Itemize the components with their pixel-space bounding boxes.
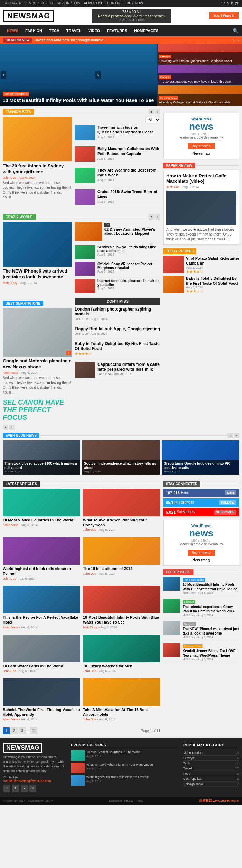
footer-news-title-1[interactable]: What To Avoid When Planning Your Honeymo… bbox=[86, 763, 153, 767]
grazia-main-image[interactable] bbox=[3, 222, 72, 267]
footer-cat-name-6[interactable]: Chicago show bbox=[183, 782, 203, 786]
nav-features[interactable]: FEATURES bbox=[103, 25, 130, 36]
fashion-list-title-1[interactable]: Baby Macaroon Collaborates With Petit Ba… bbox=[97, 146, 160, 156]
footer-cat-name-2[interactable]: Tech bbox=[183, 761, 190, 765]
latest-img-3[interactable] bbox=[83, 537, 160, 565]
yt-action[interactable]: SUBSCRIBE bbox=[214, 510, 236, 515]
dont-miss-title-2[interactable]: Baby Is Totally Delighted By His First T… bbox=[75, 341, 160, 351]
smartphone-image[interactable]: i bbox=[3, 308, 72, 357]
slider-thumb-3[interactable]: Fashion week Attending College Is What M… bbox=[157, 85, 242, 106]
fashion-list-title-0[interactable]: Travelling with kids on Queensland's Cap… bbox=[97, 125, 160, 135]
slider-arrow-left[interactable]: ‹ bbox=[1, 71, 6, 79]
latest-img-5[interactable] bbox=[83, 586, 160, 613]
facebook-icon-top[interactable]: f bbox=[221, 1, 222, 5]
grazia-item-3-img[interactable] bbox=[75, 279, 95, 293]
fashion-list-img-2[interactable] bbox=[75, 168, 95, 183]
editor-img-2[interactable] bbox=[163, 621, 180, 635]
page-btn-11[interactable]: 11 bbox=[30, 727, 37, 734]
facebook-social-row[interactable]: 197,013 Fans LIKE bbox=[163, 489, 239, 497]
nav-news[interactable]: NEWS bbox=[3, 25, 22, 36]
fashion-list-title-2[interactable]: They Are Wearing the Best From Paris Wee… bbox=[97, 168, 160, 178]
page-btn-3[interactable]: 3 bbox=[19, 727, 26, 734]
fashion-list-img-0[interactable] bbox=[75, 125, 95, 140]
search-icon[interactable]: 🔍 bbox=[233, 28, 239, 34]
footer-news-img-0[interactable] bbox=[71, 750, 85, 761]
latest-img-7[interactable] bbox=[83, 635, 160, 662]
nav-fashion[interactable]: FASHION bbox=[22, 25, 46, 36]
dont-miss-title-1[interactable]: Flappy Bird fallout: Apple, Google rejec… bbox=[75, 326, 160, 331]
footer-logo[interactable]: NEWSMAG bbox=[3, 743, 42, 753]
fashion-main-image[interactable] bbox=[3, 117, 72, 161]
trending-arrow-right[interactable]: › bbox=[238, 38, 239, 42]
footer-tw-icon[interactable]: t bbox=[12, 785, 19, 792]
editor-title-0[interactable]: 10 Most Beautifull Infinity Pools With B… bbox=[183, 582, 239, 591]
grazia-item-2-title[interactable]: Official: Sony VR headset Project Morphe… bbox=[97, 262, 160, 270]
footer-vimeo-icon[interactable]: v bbox=[21, 785, 28, 792]
fashion-list-img-3[interactable] bbox=[75, 189, 95, 205]
even-item-2[interactable]: Gregg turns Google logo design into PR p… bbox=[162, 440, 239, 475]
recipe-img-0[interactable] bbox=[163, 256, 184, 273]
footer-vk-icon[interactable]: k bbox=[29, 785, 36, 792]
grazia-next[interactable]: › bbox=[155, 214, 160, 220]
slider-thumb-2[interactable]: Gadgets The 10 best gadgets you may have… bbox=[157, 65, 242, 85]
slider-thumb-1[interactable]: Lifestyle Traveling with kids on Queensl… bbox=[157, 44, 242, 65]
footer-news-title-0[interactable]: 10 Most Visited Countries In The World! bbox=[86, 750, 141, 755]
footer-news-img-2[interactable] bbox=[71, 775, 85, 786]
latest-title-9[interactable]: Take A Mini-Vacation At The 15 Best Airp… bbox=[83, 707, 160, 717]
latest-title-8[interactable]: Behold. The World First Floating Vacafla… bbox=[3, 707, 80, 717]
latest-title-0[interactable]: 10 Most Visited Countries In The World! bbox=[3, 518, 80, 523]
latest-title-1[interactable]: What To Avoid When Planning Your Honeymo… bbox=[83, 518, 160, 528]
dont-miss-title-3[interactable]: Cappuccino differs from a caffe latte pr… bbox=[97, 362, 160, 372]
paper-review-title[interactable]: How to Make a Perfect Caffe Macchiato [v… bbox=[166, 173, 236, 184]
recipe-title-1[interactable]: Baby Is Totally Delighted By the First T… bbox=[186, 276, 239, 286]
editor-title-1[interactable]: The oriental experience: Chow – Pan Asia… bbox=[183, 604, 239, 613]
dont-miss-title-0[interactable]: London fashion photographer aspiring mod… bbox=[75, 307, 160, 316]
footer-fb-icon[interactable]: f bbox=[3, 785, 10, 792]
tw-action[interactable]: FOLLOW bbox=[219, 500, 236, 505]
paper-review-image[interactable] bbox=[166, 191, 236, 225]
even-item-0[interactable]: The stock closed above $100 which marks … bbox=[3, 440, 80, 475]
page-btn-1[interactable]: 1 bbox=[3, 727, 10, 734]
fb-action[interactable]: LIKE bbox=[225, 490, 236, 495]
footer-cat-name-1[interactable]: Lifestyle bbox=[183, 756, 195, 760]
slider-main[interactable]: Top destinations 10 Most Beautifull Infi… bbox=[0, 44, 157, 106]
buynow-link[interactable]: BUY NOW bbox=[127, 1, 143, 5]
site-logo[interactable]: NEWSMAG bbox=[3, 10, 54, 22]
grazia-prev[interactable]: ‹ bbox=[149, 214, 154, 220]
slider-arrow-right[interactable]: › bbox=[95, 71, 101, 79]
youtube-social-row[interactable]: 5,021 Subscribers SUBSCRIBE bbox=[163, 508, 239, 516]
fashion-next[interactable]: › bbox=[155, 109, 160, 114]
twitter-social-row[interactable]: 65,103 Followers FOLLOW bbox=[163, 498, 239, 507]
grazia-main-title[interactable]: The NEW iPhone6 was arrived just take a … bbox=[3, 268, 72, 280]
nav-homepages[interactable]: HOMEPAGES bbox=[131, 25, 162, 36]
latest-title-6[interactable]: 10 Best Water Parks In The World bbox=[3, 664, 80, 668]
latest-img-6[interactable] bbox=[3, 635, 80, 662]
footer-news-title-2[interactable]: World highest rail truck rolls closer to… bbox=[86, 775, 149, 779]
footer-cat-name-3[interactable]: Travel bbox=[183, 767, 192, 770]
smartphone-title[interactable]: Google and Motorola planning a new Nexus… bbox=[3, 358, 72, 370]
latest-img-8[interactable] bbox=[3, 678, 80, 706]
latest-img-2[interactable] bbox=[3, 537, 80, 565]
latest-img-9[interactable] bbox=[83, 678, 160, 706]
signin-link[interactable]: SIGN IN / JOIN bbox=[57, 1, 80, 5]
advertise-link[interactable]: ADVERTISE bbox=[84, 1, 103, 5]
all-select[interactable]: All bbox=[145, 117, 160, 123]
editor-img-0[interactable] bbox=[163, 577, 180, 591]
fashion-prev[interactable]: ‹ bbox=[149, 109, 154, 114]
dont-miss-img-3[interactable] bbox=[75, 362, 95, 378]
fashion-list-img-1[interactable] bbox=[75, 146, 95, 162]
email-icon-top[interactable]: @ bbox=[235, 1, 239, 5]
fashion-main-title[interactable]: The 20 free things in Sydney with your g… bbox=[3, 163, 72, 175]
editor-img-3[interactable] bbox=[163, 643, 180, 657]
grazia-item-1-img[interactable] bbox=[75, 245, 95, 259]
latest-title-7[interactable]: 10 Luxury Watches for Men bbox=[83, 664, 160, 668]
latest-title-5[interactable]: 10 Most Beautifull Infinity Pools With B… bbox=[83, 615, 160, 625]
grazia-item-0-title[interactable]: 62 Disney Animated Movie's about Locatio… bbox=[104, 227, 160, 236]
recipe-img-1[interactable] bbox=[163, 276, 184, 293]
even-blue-next[interactable]: › bbox=[234, 433, 239, 438]
latest-title-4[interactable]: This Is the Recipe For A Perfect Vacafla… bbox=[3, 615, 80, 625]
recipe-title-0[interactable]: Viral Potato Salad Kickstarter Campaign bbox=[186, 256, 239, 266]
trending-arrow-left[interactable]: ‹ bbox=[233, 38, 234, 42]
latest-title-2[interactable]: World highest rail track rolls closer to… bbox=[3, 566, 80, 576]
contact-link[interactable]: CONTACT bbox=[107, 1, 123, 5]
